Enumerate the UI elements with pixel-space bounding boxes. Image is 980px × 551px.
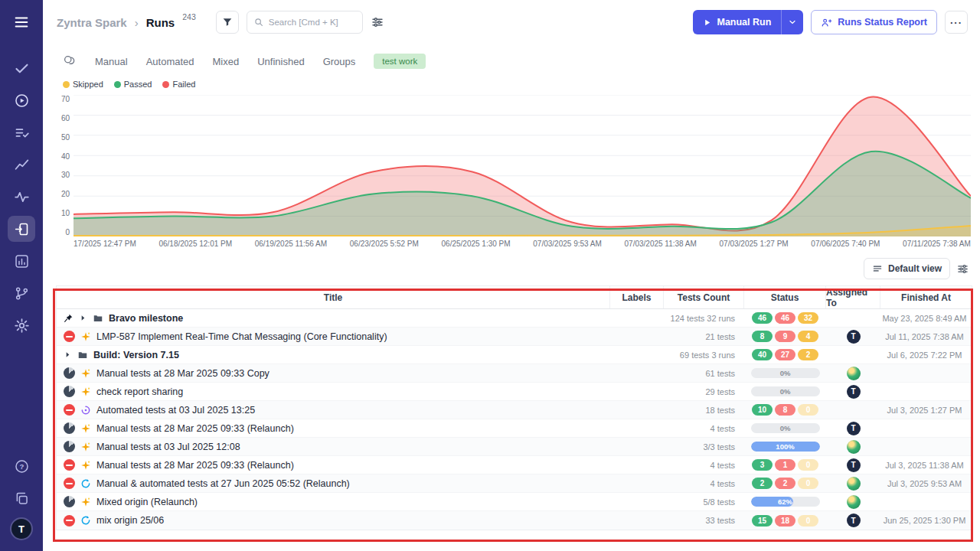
sidebar: ? T — [0, 0, 43, 551]
filter-tag[interactable]: test work — [374, 54, 426, 69]
run-title: check report sharing — [96, 386, 183, 397]
status-cell: 15180 — [744, 515, 826, 527]
progress-bar: 0% — [751, 368, 820, 378]
views-icon[interactable] — [63, 54, 77, 68]
column-labels: Labels — [610, 286, 664, 308]
legend-passed[interactable]: Passed — [114, 80, 152, 89]
bar-chart-icon[interactable] — [8, 248, 35, 274]
tests-count-cell: 3/3 tests — [664, 442, 744, 452]
trend-icon[interactable] — [8, 152, 35, 178]
run-title-cell: check report sharing — [57, 386, 610, 397]
table-row[interactable]: Bravo milestone 124 tests 32 runs 464632… — [57, 309, 972, 328]
play-circle-icon[interactable] — [8, 87, 35, 113]
chart-x-axis: 17/2025 12:47 PM06/18/2025 12:01 PM 06/1… — [43, 236, 980, 248]
column-status: Status — [744, 286, 826, 308]
search-icon — [253, 17, 264, 28]
tab-unfinished[interactable]: Unfinished — [257, 56, 304, 67]
assignee-cell: T — [826, 458, 880, 472]
branch-icon[interactable] — [8, 280, 35, 306]
runs-table: Title Labels Tests Count Status Assigned… — [56, 285, 972, 530]
manual-run-button[interactable]: Manual Run — [693, 10, 803, 34]
skipped-badge: 0 — [798, 478, 818, 489]
gear-icon[interactable] — [8, 312, 35, 338]
avatar: T — [847, 458, 861, 472]
help-icon[interactable]: ? — [8, 453, 35, 479]
table-row[interactable]: Automated tests at 03 Jul 2025 13:25 18 … — [57, 401, 972, 419]
passed-badge: 46 — [752, 312, 773, 324]
status-cell: 220 — [744, 478, 826, 489]
tests-count-cell: 4 tests — [664, 479, 744, 488]
expand-caret-icon[interactable] — [64, 350, 72, 359]
passed-badge: 10 — [752, 404, 773, 416]
expand-caret-icon[interactable] — [79, 314, 87, 322]
run-title: Manual tests at 28 Mar 2025 09:33 (Relau… — [96, 460, 294, 471]
copy-icon[interactable] — [8, 485, 35, 511]
skipped-badge: 4 — [798, 331, 818, 342]
check-icon[interactable] — [8, 55, 35, 81]
user-avatar[interactable]: T — [10, 517, 33, 540]
tests-count-cell: 5/8 tests — [664, 497, 744, 507]
more-actions-button[interactable]: ··· — [945, 11, 968, 34]
legend-skipped[interactable]: Skipped — [63, 80, 103, 89]
table-row[interactable]: Build: Version 7.15 69 tests 3 runs 4027… — [57, 346, 972, 364]
column-title: Title — [57, 286, 610, 308]
progress-icon — [64, 496, 75, 507]
tests-count-cell: 33 tests — [664, 516, 744, 525]
pulse-icon[interactable] — [8, 184, 35, 210]
stopped-icon — [64, 331, 75, 342]
breadcrumb-project[interactable]: Zyntra Spark — [57, 16, 127, 29]
menu-icon[interactable] — [8, 9, 35, 35]
run-title: LMP-587 Implement Real-Time Chat Messagi… — [96, 331, 387, 342]
legend-failed[interactable]: Failed — [162, 80, 195, 89]
table-row[interactable]: LMP-587 Implement Real-Time Chat Messagi… — [57, 328, 972, 346]
adjustments-icon[interactable] — [371, 15, 384, 29]
run-title: Manual tests at 28 Mar 2025 09:33 Copy — [96, 368, 270, 379]
table-row[interactable]: Manual & automated tests at 27 Jun 2025 … — [57, 474, 972, 493]
assignee-cell — [826, 440, 880, 454]
manual-run-dropdown[interactable] — [781, 10, 803, 34]
table-row[interactable]: Mixed origin (Relaunch) 5/8 tests 62% — [57, 493, 972, 511]
chevron-down-icon — [788, 18, 797, 27]
tab-mixed[interactable]: Mixed — [213, 56, 240, 67]
assignee-cell — [826, 477, 880, 491]
skipped-dot-icon — [63, 81, 70, 88]
tab-groups[interactable]: Groups — [323, 56, 356, 67]
runs-status-report-button[interactable]: Runs Status Report — [811, 10, 937, 34]
status-cell: 100% — [744, 442, 826, 452]
run-title-cell: Manual tests at 03 Jul 2025 12:08 — [57, 441, 610, 452]
avatar — [847, 477, 861, 491]
avatar — [847, 495, 861, 509]
status-cell: 464632 — [744, 312, 826, 324]
table-row[interactable]: Manual tests at 28 Mar 2025 09:33 (Relau… — [57, 419, 972, 438]
avatar — [847, 367, 861, 380]
filter-button[interactable] — [216, 11, 239, 34]
sign-in-icon[interactable] — [8, 216, 35, 242]
search-input[interactable] — [269, 18, 354, 27]
finished-at-cell: Jul 3, 2025 11:38 AM — [880, 461, 972, 470]
default-view-button[interactable]: Default view — [864, 258, 950, 279]
status-cell: 62% — [744, 497, 826, 507]
table-row[interactable]: check report sharing 29 tests 0% T — [57, 383, 972, 401]
status-cell: 310 — [744, 459, 826, 471]
finished-at-cell: Jun 25, 2025 1:30 PM — [880, 516, 972, 525]
table-row[interactable]: Manual tests at 28 Mar 2025 09:33 (Relau… — [57, 456, 972, 474]
table-row[interactable]: mix origin 25/06 33 tests 15180 T Jun 25… — [57, 511, 972, 530]
funnel-icon — [221, 16, 234, 28]
tab-automated[interactable]: Automated — [146, 56, 194, 67]
tab-manual[interactable]: Manual — [95, 56, 128, 67]
table-row[interactable]: Manual tests at 03 Jul 2025 12:08 3/3 te… — [57, 438, 972, 456]
chart-y-axis: 7060 5040 3020 100 — [54, 95, 74, 236]
tests-count-cell: 18 tests — [664, 406, 744, 415]
table-settings-icon[interactable] — [956, 262, 969, 276]
table-toolbar: Default view — [43, 248, 980, 285]
run-title: Bravo milestone — [109, 313, 183, 324]
finished-at-cell: Jul 3, 2025 1:27 PM — [880, 406, 972, 415]
search-box[interactable] — [247, 11, 363, 34]
table-header: Title Labels Tests Count Status Assigned… — [57, 286, 972, 309]
run-title-cell: Automated tests at 03 Jul 2025 13:25 — [57, 404, 610, 416]
list-check-icon[interactable] — [8, 119, 35, 145]
sparkle-icon — [80, 460, 91, 471]
table-row[interactable]: Manual tests at 28 Mar 2025 09:33 Copy 6… — [57, 364, 972, 383]
run-title-cell: Manual & automated tests at 27 Jun 2025 … — [57, 478, 610, 489]
tests-count-cell: 124 tests 32 runs — [664, 314, 744, 323]
